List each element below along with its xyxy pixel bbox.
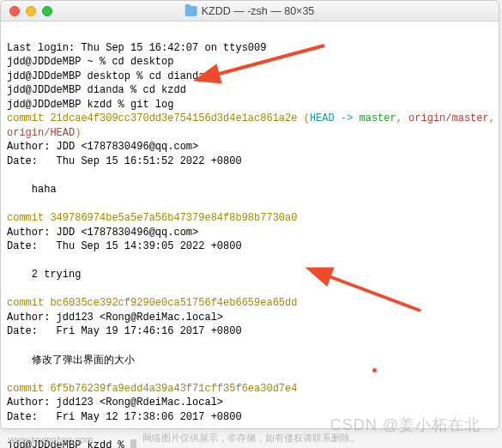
ref-close: )	[75, 127, 81, 139]
commit-hash: commit 6f5b76239fa9edd4a39a43f71cff35f6e…	[7, 383, 297, 395]
prompt-line: jdd@JDDdeMBP ~ % cd desktop	[7, 56, 173, 68]
ref-sep: ,	[489, 112, 499, 124]
commit-message: 2 trying	[7, 269, 81, 281]
footer-left-text: www.toymoban.com	[9, 434, 93, 445]
prompt-line: jdd@JDDdeMBP kzdd % git log	[7, 99, 173, 111]
commit-author: Author: JDD <1787830496@qq.com>	[7, 141, 198, 153]
footer-center-text: 网络图片仅供展示，非存储，如有侵权请联系删除。	[142, 432, 360, 445]
branch-origin-master: origin/master	[408, 112, 489, 124]
close-icon[interactable]	[9, 6, 20, 16]
last-login-line: Last login: Thu Sep 15 16:42:07 on ttys0…	[7, 42, 266, 54]
commit-date: Date: Thu Sep 15 16:51:52 2022 +0800	[7, 155, 242, 167]
commit-author: Author: jdd123 <Rong@RdeiMac.local>	[7, 312, 223, 324]
commit-date: Date: Fri May 19 17:46:16 2017 +0800	[7, 325, 242, 337]
commit-message: 修改了弹出界面的大小	[7, 354, 135, 366]
commit-message: haha	[7, 184, 57, 196]
commit-date: Date: Fri May 12 17:38:06 2017 +0800	[7, 411, 242, 423]
cursor-icon	[130, 439, 136, 448]
minimize-icon[interactable]	[26, 6, 36, 16]
commit-hash: commit 21dcae4f309cc370dd3e754156d3d4e1a…	[7, 112, 297, 124]
titlebar: KZDD — -zsh — 80×35	[1, 1, 499, 21]
commit-hash: commit bc6035ce392cf9290e0ca51756f4eb665…	[7, 297, 297, 309]
window-controls	[1, 6, 52, 16]
prompt-line: jdd@JDDdeMBP desktop % cd dianda	[7, 70, 204, 82]
title-text: KZDD — -zsh — 80×35	[202, 5, 315, 17]
commit-hash: commit 349786974be5a5e7a56b47379e84f8b98…	[7, 212, 297, 224]
commit-date: Date: Thu Sep 15 14:39:05 2022 +0800	[7, 240, 242, 252]
window-title: KZDD — -zsh — 80×35	[185, 5, 315, 17]
ref-open: (	[297, 112, 309, 124]
commit-author: Author: JDD <1787830496@qq.com>	[7, 227, 198, 239]
zoom-icon[interactable]	[42, 6, 52, 16]
head-ref: HEAD ->	[310, 112, 360, 124]
terminal-window: KZDD — -zsh — 80×35 Last login: Thu Sep …	[0, 0, 499, 429]
terminal-output[interactable]: Last login: Thu Sep 15 16:42:07 on ttys0…	[1, 21, 499, 448]
branch-origin-head: origin/HEAD	[7, 127, 75, 139]
folder-icon	[185, 6, 197, 16]
red-dot-icon	[372, 368, 377, 372]
prompt-line: jdd@JDDdeMBP dianda % cd kzdd	[7, 84, 186, 96]
ref-sep: ,	[396, 112, 408, 124]
commit-author: Author: jdd123 <Rong@RdeiMac.local>	[7, 397, 223, 409]
branch-master: master	[359, 112, 396, 124]
